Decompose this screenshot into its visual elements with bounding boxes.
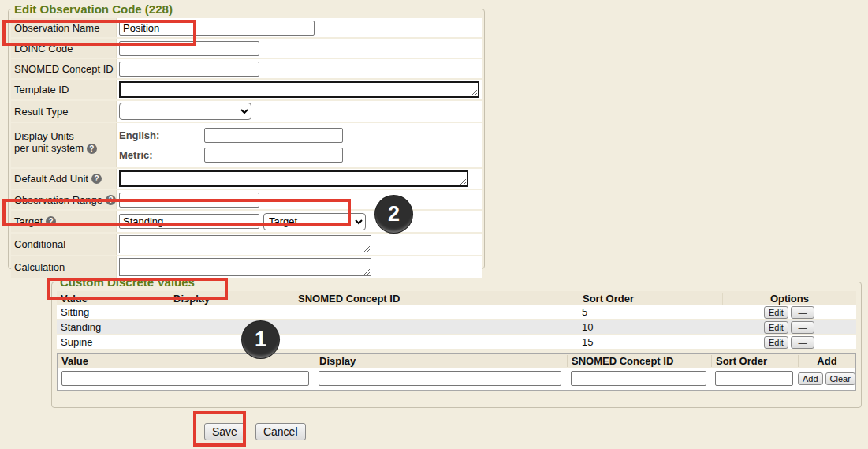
- edit-button[interactable]: Edit: [764, 321, 788, 334]
- cell-value: Supine: [57, 336, 173, 348]
- add-discrete-value-table: Value Display SNOMED Concept ID Sort Ord…: [57, 353, 856, 391]
- table-row: Standing 10 Edit —: [57, 320, 856, 335]
- header-value: Value: [57, 293, 173, 305]
- english-units-input[interactable]: [204, 128, 343, 143]
- row-conditional: Conditional: [11, 234, 482, 255]
- default-add-unit-label: Default Add Unit: [14, 173, 88, 185]
- header-snomed: SNOMED Concept ID: [298, 293, 579, 305]
- row-observation-range: Observation Range ?: [11, 190, 482, 209]
- row-display-units: Display Units per unit system ? English:…: [11, 123, 482, 167]
- add-header-sort: Sort Order: [711, 355, 798, 367]
- row-default-add-unit: Default Add Unit ?: [11, 169, 482, 189]
- target-value-input[interactable]: [119, 214, 259, 229]
- calculation-textarea[interactable]: [119, 258, 371, 276]
- snomed-concept-id-label: SNOMED Concept ID: [11, 59, 117, 78]
- help-icon[interactable]: ?: [87, 144, 97, 154]
- table-row: Sitting 5 Edit —: [57, 305, 856, 320]
- cell-value: Standing: [57, 321, 173, 333]
- edit-button[interactable]: Edit: [764, 306, 788, 319]
- english-units-label: English:: [119, 129, 204, 141]
- result-type-label: Result Type: [11, 101, 117, 122]
- row-calculation: Calculation: [11, 256, 482, 278]
- display-units-label: Display Units per unit system ?: [14, 130, 97, 154]
- add-header-snomed: SNOMED Concept ID: [567, 355, 711, 367]
- observation-range-label: Observation Range: [14, 194, 102, 206]
- template-id-label: Template ID: [11, 80, 117, 99]
- cell-value: Sitting: [57, 306, 173, 318]
- row-template-id: Template ID: [11, 80, 482, 99]
- discrete-header-row: Value Display SNOMED Concept ID Sort Ord…: [57, 291, 856, 305]
- add-display-input[interactable]: [319, 371, 561, 386]
- step-2-badge: 2: [375, 196, 412, 233]
- target-label: Target: [14, 215, 43, 227]
- cell-sort: 5: [579, 306, 722, 318]
- help-icon[interactable]: ?: [91, 174, 102, 184]
- form-legend: Edit Observation Code (228): [13, 2, 177, 16]
- header-sort: Sort Order: [579, 293, 722, 305]
- add-sort-input[interactable]: [715, 371, 793, 386]
- edit-observation-code-form: Edit Observation Code (228) Observation …: [8, 2, 485, 269]
- metric-units-label: Metric:: [119, 149, 204, 161]
- action-bar: Save Cancel: [204, 423, 306, 440]
- remove-button[interactable]: —: [791, 321, 814, 334]
- conditional-label: Conditional: [11, 234, 117, 255]
- loinc-code-input[interactable]: [119, 41, 259, 56]
- default-add-unit-textarea[interactable]: [119, 170, 468, 187]
- calculation-label: Calculation: [11, 256, 117, 278]
- row-snomed-concept-id: SNOMED Concept ID: [11, 59, 482, 78]
- template-id-textarea[interactable]: [119, 81, 479, 98]
- metric-units-input[interactable]: [204, 148, 343, 163]
- header-display: Display: [173, 293, 298, 305]
- add-header-add: Add: [798, 355, 855, 367]
- step-1-badge: 1: [242, 321, 279, 358]
- add-value-input[interactable]: [61, 371, 309, 386]
- discrete-legend: Custom Discrete Values: [58, 275, 199, 289]
- edit-button[interactable]: Edit: [764, 336, 788, 349]
- observation-range-input[interactable]: [119, 193, 259, 208]
- clear-button[interactable]: Clear: [825, 372, 855, 385]
- result-type-select[interactable]: [119, 103, 251, 120]
- conditional-textarea[interactable]: [119, 235, 371, 253]
- loinc-code-label: LOINC Code: [11, 39, 117, 58]
- row-loinc-code: LOINC Code: [11, 39, 482, 58]
- observation-name-label: Observation Name: [11, 18, 117, 37]
- snomed-concept-id-input[interactable]: [119, 62, 259, 77]
- add-button[interactable]: Add: [798, 372, 823, 385]
- remove-button[interactable]: —: [791, 306, 814, 319]
- cancel-button[interactable]: Cancel: [255, 423, 306, 440]
- cell-sort: 15: [579, 336, 722, 348]
- row-observation-name: Observation Name: [11, 18, 482, 37]
- save-button[interactable]: Save: [204, 423, 245, 440]
- table-row: Supine 15 Edit —: [57, 335, 856, 350]
- remove-button[interactable]: —: [791, 336, 814, 349]
- help-icon[interactable]: ?: [46, 216, 56, 226]
- header-options: Options: [722, 293, 856, 305]
- observation-name-input[interactable]: [119, 21, 315, 36]
- cell-sort: 10: [579, 321, 722, 333]
- custom-discrete-values-section: Custom Discrete Values Value Display SNO…: [51, 275, 862, 408]
- row-result-type: Result Type: [11, 101, 482, 122]
- add-header-display: Display: [315, 355, 567, 367]
- help-icon[interactable]: ?: [106, 195, 116, 205]
- add-header-value: Value: [58, 355, 315, 367]
- add-snomed-input[interactable]: [571, 371, 706, 386]
- target-type-select[interactable]: Target: [263, 213, 366, 230]
